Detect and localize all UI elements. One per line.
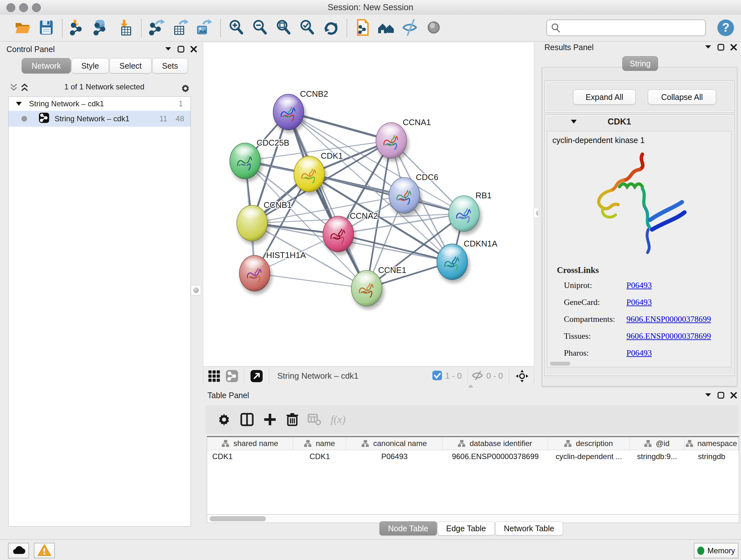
results-panel-close-button[interactable] bbox=[730, 44, 737, 51]
minimize-window-button[interactable] bbox=[19, 3, 28, 12]
table-panel-close-button[interactable] bbox=[730, 392, 737, 399]
hide-selected-button[interactable] bbox=[400, 18, 420, 38]
table-scrollbar-thumb[interactable] bbox=[210, 516, 266, 521]
table-row[interactable]: CDK1CDK1P064939606.ENSP00000378699cyclin… bbox=[207, 450, 739, 463]
table-cell[interactable]: P06493 bbox=[346, 452, 443, 461]
grid-view-button[interactable] bbox=[208, 369, 220, 383]
expand-all-networks-button[interactable] bbox=[20, 83, 29, 91]
zoom-fit-button[interactable] bbox=[274, 18, 293, 38]
left-splitter-handle[interactable] bbox=[191, 285, 201, 295]
network-share-view-button[interactable] bbox=[226, 369, 239, 383]
table-panel-collapse-button[interactable] bbox=[704, 392, 712, 399]
gene-entry-header[interactable]: CDK1 bbox=[545, 115, 734, 128]
tab-edge-table[interactable]: Edge Table bbox=[437, 521, 495, 536]
save-session-button[interactable] bbox=[37, 18, 56, 38]
table-cell[interactable]: stringdb:9... bbox=[630, 452, 684, 461]
help-button[interactable]: ? bbox=[716, 18, 735, 37]
network-node-CDC25B[interactable] bbox=[230, 143, 263, 182]
selected-checkbox[interactable] bbox=[432, 370, 443, 382]
birdseye-view-button[interactable] bbox=[250, 369, 263, 383]
column-header-database-identifier[interactable]: database identifier bbox=[443, 437, 548, 450]
results-panel-collapse-button[interactable] bbox=[704, 44, 712, 51]
import-network-database-button[interactable] bbox=[92, 18, 112, 38]
entry-collapse-icon[interactable] bbox=[570, 119, 577, 124]
cloud-status-button[interactable] bbox=[8, 543, 29, 558]
network-row[interactable]: String Network – cdk1 11 48 bbox=[9, 111, 191, 127]
network-row-label: String Network – cdk1 bbox=[55, 114, 130, 123]
network-node-CCNA1[interactable] bbox=[376, 123, 409, 162]
network-node-CDC6[interactable] bbox=[389, 178, 422, 216]
hidden-eye-icon[interactable] bbox=[471, 370, 484, 382]
create-column-button[interactable] bbox=[263, 413, 277, 427]
export-network-button[interactable] bbox=[147, 18, 167, 38]
show-all-button[interactable] bbox=[424, 18, 444, 38]
table-cell[interactable]: CDK1 bbox=[207, 452, 293, 461]
export-table-icon bbox=[172, 18, 190, 37]
control-panel-float-button[interactable] bbox=[178, 46, 185, 53]
zoom-selected-button[interactable] bbox=[297, 18, 317, 38]
network-node-CCNB2[interactable] bbox=[273, 94, 306, 133]
export-table-button[interactable] bbox=[171, 18, 191, 38]
network-node-HIST1H1A[interactable] bbox=[239, 255, 272, 294]
network-node-CDK1[interactable] bbox=[294, 156, 327, 195]
network-node-RB1[interactable] bbox=[449, 196, 482, 235]
network-node-CCNA2[interactable] bbox=[323, 216, 356, 255]
network-node-CDKN1A[interactable] bbox=[437, 244, 470, 283]
delete-column-button[interactable] bbox=[286, 413, 299, 427]
column-header-shared-name[interactable]: shared name bbox=[207, 437, 293, 450]
zoom-window-button[interactable] bbox=[32, 3, 41, 12]
table-cell[interactable]: cyclin-dependent ... bbox=[548, 452, 630, 461]
zoom-out-button[interactable] bbox=[250, 18, 270, 38]
open-session-button[interactable] bbox=[13, 18, 32, 38]
search-input[interactable] bbox=[546, 19, 706, 36]
network-options-gear-button[interactable] bbox=[180, 83, 191, 91]
crosslink-link[interactable]: P06493 bbox=[626, 348, 652, 358]
network-node-CCNE1[interactable] bbox=[351, 270, 384, 309]
control-panel-collapse-button[interactable] bbox=[165, 46, 172, 53]
collapse-all-button[interactable]: Collapse All bbox=[648, 89, 716, 105]
network-from-file-button[interactable] bbox=[353, 18, 373, 38]
zoom-in-button[interactable] bbox=[226, 18, 246, 38]
tab-network[interactable]: Network bbox=[22, 58, 71, 73]
show-columns-button[interactable] bbox=[240, 413, 254, 427]
tab-sets[interactable]: Sets bbox=[152, 58, 188, 73]
network-graph[interactable]: CCNB2CCNA1CDC25BCDK1CDC6RB1CCNB1CCNA2CDK… bbox=[203, 43, 534, 366]
column-header-description[interactable]: description bbox=[548, 437, 630, 450]
import-table-file-button[interactable] bbox=[116, 18, 135, 38]
tab-select[interactable]: Select bbox=[110, 58, 151, 73]
table-options-gear-button[interactable] bbox=[217, 413, 231, 427]
crosslink-link[interactable]: 9606.ENSP00000378699 bbox=[626, 314, 711, 324]
table-panel-float-button[interactable] bbox=[718, 392, 724, 399]
entry-horizontal-scrollbar[interactable] bbox=[550, 362, 570, 366]
table-cell[interactable]: 9606.ENSP00000378699 bbox=[443, 452, 548, 461]
control-panel-close-button[interactable] bbox=[190, 46, 197, 53]
crosslink-link[interactable]: P06493 bbox=[626, 281, 652, 290]
tab-node-table[interactable]: Node Table bbox=[380, 521, 437, 536]
collapse-all-networks-button[interactable] bbox=[10, 83, 18, 91]
network-edge[interactable] bbox=[288, 112, 367, 288]
tab-network-table[interactable]: Network Table bbox=[495, 521, 563, 536]
import-network-file-button[interactable] bbox=[68, 18, 88, 38]
results-panel-float-button[interactable] bbox=[718, 44, 724, 51]
tree-expand-icon[interactable] bbox=[16, 102, 22, 106]
tab-string[interactable]: String bbox=[622, 56, 658, 71]
export-image-button[interactable] bbox=[195, 18, 214, 38]
memory-button[interactable]: Memory bbox=[694, 543, 738, 558]
fit-content-crosshair-button[interactable] bbox=[515, 369, 529, 383]
crosslink-link[interactable]: 9606.ENSP00000378699 bbox=[626, 331, 711, 341]
network-collection-row[interactable]: String Network – cdk1 1 bbox=[9, 97, 191, 111]
column-header-namespace[interactable]: namespace bbox=[684, 437, 739, 450]
close-window-button[interactable] bbox=[6, 3, 15, 12]
expand-all-button[interactable]: Expand All bbox=[573, 89, 636, 105]
column-header-canonical-name[interactable]: canonical name bbox=[346, 437, 443, 450]
table-cell[interactable]: stringdb bbox=[684, 452, 739, 461]
column-header-name[interactable]: name bbox=[293, 437, 346, 450]
tab-style[interactable]: Style bbox=[71, 58, 109, 73]
table-cell[interactable]: CDK1 bbox=[293, 452, 346, 461]
refresh-button[interactable] bbox=[321, 18, 341, 38]
warnings-button[interactable] bbox=[34, 543, 55, 558]
column-header--id[interactable]: @id bbox=[630, 437, 684, 450]
crosslink-link[interactable]: P06493 bbox=[626, 298, 652, 307]
home-button[interactable] bbox=[377, 18, 396, 38]
network-canvas[interactable]: CCNB2CCNA1CDC25BCDK1CDC6RB1CCNB1CCNA2CDK… bbox=[203, 43, 534, 385]
